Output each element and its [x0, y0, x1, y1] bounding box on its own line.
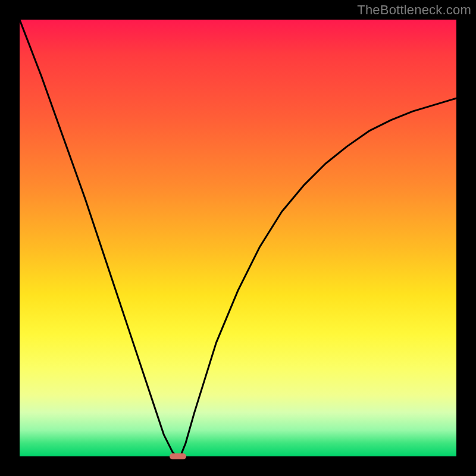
- chart-stage: TheBottleneck.com: [0, 0, 476, 476]
- plot-area: [20, 20, 456, 456]
- bottleneck-curve: [20, 20, 456, 456]
- attribution-text: TheBottleneck.com: [357, 2, 471, 18]
- minimum-marker: [170, 453, 186, 459]
- curve-path: [20, 20, 456, 456]
